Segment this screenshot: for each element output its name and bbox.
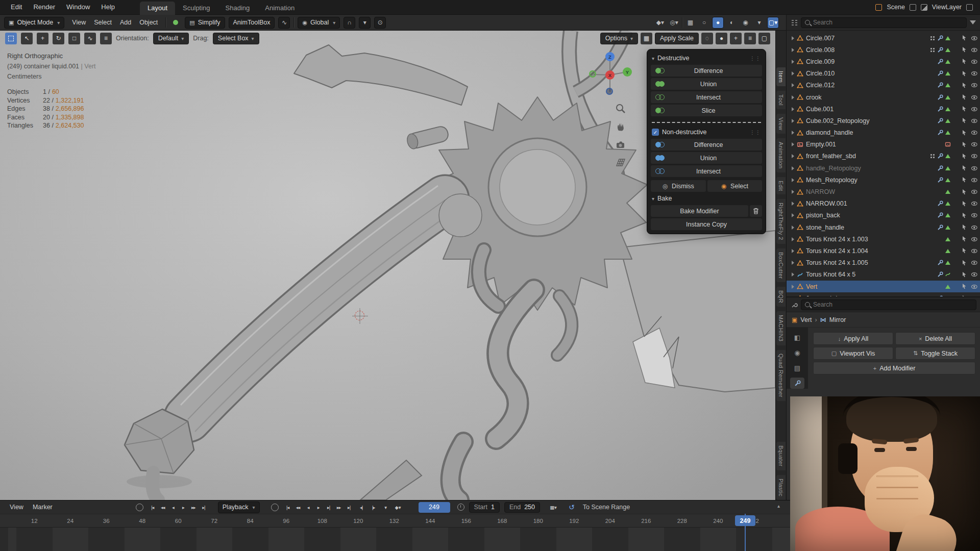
start-frame-field[interactable]: Start1	[469, 502, 500, 513]
non-destructive-section-header[interactable]: ✓ Non-destructive ⋮⋮	[651, 127, 762, 137]
selectable-toggle-icon[interactable]	[961, 106, 967, 112]
selectable-toggle-icon[interactable]	[961, 46, 967, 53]
show-gizmo-dropdown[interactable]: ◆▾	[654, 17, 666, 29]
selectable-toggle-icon[interactable]	[961, 212, 967, 219]
outliner-item[interactable]: handle_Retopology	[787, 162, 980, 174]
options-dropdown[interactable]: Options	[600, 33, 638, 44]
visibility-eye-icon[interactable]	[971, 212, 978, 218]
expand-caret-icon[interactable]	[792, 95, 794, 99]
expand-caret-icon[interactable]	[792, 261, 794, 265]
axis-z-ball[interactable]: Z	[605, 52, 615, 61]
visibility-eye-icon[interactable]	[971, 59, 978, 65]
expand-caret-icon[interactable]	[792, 272, 794, 277]
navigation-gizmo[interactable]: Z Y X	[588, 51, 632, 98]
transport-button[interactable]: ▸|	[199, 502, 209, 512]
reset-range-icon[interactable]: ↺	[569, 503, 575, 511]
timeline-menu-item[interactable]: Marker	[28, 504, 57, 511]
selectable-toggle-icon[interactable]	[961, 35, 967, 41]
object-name[interactable]: Cube.001	[806, 106, 935, 113]
workspace-tab[interactable]: Animation	[257, 2, 302, 15]
selectable-toggle-icon[interactable]	[961, 247, 967, 254]
visibility-eye-icon[interactable]	[971, 284, 978, 290]
viewport-render-icon[interactable]: ▢▾	[767, 17, 779, 29]
outliner-item[interactable]: diamond_handle	[787, 127, 980, 139]
sidebar-tab[interactable]: Quad Remesher	[776, 350, 786, 401]
playhead-frame-badge[interactable]: 249	[735, 515, 755, 526]
boolean-operation-button[interactable]: Difference	[651, 65, 762, 77]
object-name[interactable]: Torus Knot 24 x 1.005	[806, 259, 935, 266]
visibility-eye-icon[interactable]	[971, 177, 978, 183]
rendered-shading-icon[interactable]: ◉	[740, 17, 751, 29]
selectable-toggle-icon[interactable]	[961, 58, 967, 65]
object-name[interactable]: front_feather_sbd	[806, 153, 927, 160]
rotate-tool[interactable]: ↻	[53, 33, 64, 44]
slider-icon[interactable]: ≡	[744, 33, 756, 44]
transport-button[interactable]: |◂	[148, 502, 158, 512]
drag-dropdown[interactable]: Select Box	[213, 33, 259, 44]
object-name[interactable]: stone_handle	[806, 224, 935, 231]
material-shading-icon[interactable]: ◐	[726, 17, 738, 29]
expand-caret-icon[interactable]	[792, 285, 794, 289]
boolean-operation-button[interactable]: Union	[651, 78, 762, 90]
selectable-toggle-icon[interactable]	[961, 141, 967, 148]
filter-funnel-icon[interactable]	[970, 20, 976, 24]
current-frame-field[interactable]: 249	[419, 502, 450, 513]
boolean-operation-button[interactable]: Union	[651, 152, 762, 164]
visibility-eye-icon[interactable]	[971, 82, 978, 88]
frame-icon[interactable]: ▢	[758, 33, 770, 44]
collapse-region-icon[interactable]: ▴	[777, 503, 780, 509]
outliner-item[interactable]: front_feather_sbd	[787, 151, 980, 162]
visibility-eye-icon[interactable]	[971, 94, 978, 101]
selectable-toggle-icon[interactable]	[961, 271, 967, 278]
apply-scale-button[interactable]: Apply Scale	[655, 33, 699, 44]
mode-dropdown[interactable]: ▣ Object Mode	[4, 17, 64, 29]
outliner-item[interactable]: Torus Knot 24 x 1.004	[787, 245, 980, 257]
zoom-icon[interactable]	[614, 102, 627, 115]
object-name[interactable]: NARROW	[806, 188, 942, 195]
boolean-operation-button[interactable]: Intersect	[651, 91, 762, 103]
viewport-menu-item[interactable]: View	[68, 19, 90, 26]
visibility-eye-icon[interactable]	[971, 236, 978, 242]
bake-section-header[interactable]: ▾ Bake	[651, 193, 762, 204]
perspective-grid-icon[interactable]	[614, 156, 627, 169]
outliner-item[interactable]: Torus Knot 64 x 5	[787, 269, 980, 281]
expand-caret-icon[interactable]	[792, 119, 794, 123]
selectable-toggle-icon[interactable]	[961, 130, 967, 136]
keying-set-dropdown[interactable]: ◆▾	[393, 502, 403, 512]
workspace-tab[interactable]: Sculpting	[175, 2, 217, 15]
selectable-toggle-icon[interactable]	[961, 260, 967, 266]
outliner-item[interactable]: NARROW.001	[787, 198, 980, 210]
expand-caret-icon[interactable]	[792, 249, 794, 253]
object-name[interactable]: Torus Knot 24 x 1.004	[806, 247, 942, 255]
toggle-stack-button[interactable]: ⇅Toggle Stack	[895, 347, 975, 360]
expand-caret-icon[interactable]	[792, 202, 794, 206]
preview-range-dropdown[interactable]: ▦▾	[548, 502, 558, 512]
timeline-menu-item[interactable]: View	[5, 504, 28, 511]
move-tool[interactable]: +	[37, 33, 48, 44]
outliner-item[interactable]: Circle.009	[787, 56, 980, 67]
sphere-icon[interactable]: ●	[716, 33, 727, 44]
scale-tool[interactable]: □	[68, 33, 80, 44]
visibility-eye-icon[interactable]	[971, 141, 978, 147]
outliner-item[interactable]: Circle.012	[787, 80, 980, 91]
workspace-tab[interactable]: Shading	[218, 2, 258, 15]
next-range-button[interactable]: |▸	[369, 502, 379, 512]
selectable-toggle-icon[interactable]	[961, 70, 967, 77]
transport-button[interactable]: ▸	[313, 502, 324, 512]
properties-search[interactable]	[801, 299, 976, 310]
expand-caret-icon[interactable]	[792, 83, 794, 87]
selectable-toggle-icon[interactable]	[961, 236, 967, 242]
sidebar-tab[interactable]: Tool	[776, 91, 786, 109]
active-tool-icon[interactable]	[169, 17, 181, 29]
visibility-eye-icon[interactable]	[971, 153, 978, 159]
apply-all-button[interactable]: ↓Apply All	[813, 332, 893, 345]
outliner-item[interactable]: Torus Knot 24 x 1.003	[787, 233, 980, 245]
transport-button[interactable]: ▸	[178, 502, 188, 512]
visibility-eye-icon[interactable]	[971, 118, 978, 124]
selectable-toggle-icon[interactable]	[961, 201, 967, 207]
expand-caret-icon[interactable]	[792, 142, 794, 146]
outliner-item[interactable]: Circle.008	[787, 44, 980, 56]
menu-item[interactable]: Help	[95, 0, 120, 14]
visibility-eye-icon[interactable]	[971, 35, 978, 41]
selectable-toggle-icon[interactable]	[961, 165, 967, 171]
